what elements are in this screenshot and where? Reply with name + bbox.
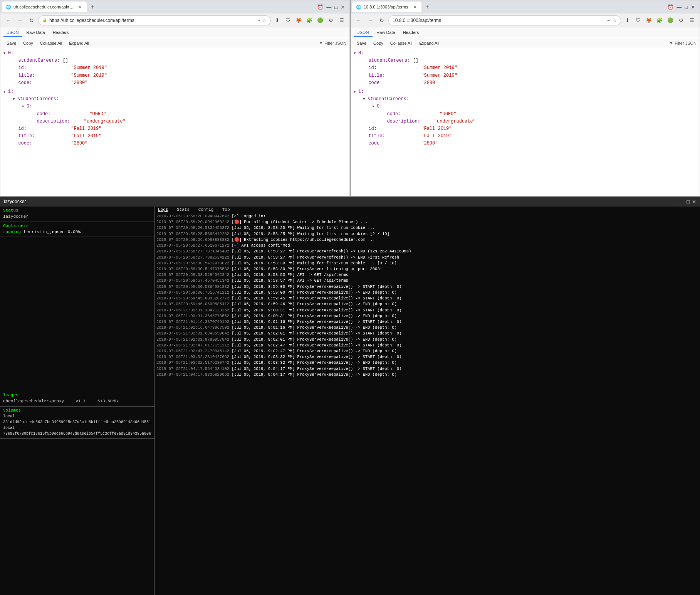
left-active-tab[interactable]: 🌐 uh.collegescheduler.com/api/term… ✕	[2, 2, 87, 12]
right-alarm-icon: ⏰	[667, 4, 673, 10]
close-browser-icon[interactable]: ✕	[341, 4, 345, 10]
left-lock-icon: 🔒	[42, 18, 47, 22]
left-json-toolbar: JSON Raw Data Headers	[0, 27, 349, 38]
log-line: 2019-07-05T20:59:00.5364981882 [Jul 05, …	[156, 284, 698, 290]
right-json-tab[interactable]: JSON	[354, 29, 373, 37]
right-tab-favicon: 🌐	[356, 5, 361, 10]
left-address-text: https://uh.collegescheduler.com/api/term…	[49, 18, 254, 23]
right-rawdata-tab[interactable]: Raw Data	[373, 29, 399, 37]
log-line: 2019-07-05T20:59:00.7616741212 [Jul 05, …	[156, 290, 698, 296]
right-extensions-icon[interactable]: 🧩	[655, 16, 664, 25]
right-headers-tab[interactable]: Headers	[399, 29, 423, 37]
left-forward-button[interactable]: →	[15, 15, 25, 25]
maximize-icon[interactable]: □	[334, 4, 337, 10]
log-line: 2019-07-05T20:59:45.8003282772 [Jul 05, …	[156, 296, 698, 301]
right-menu-icon[interactable]: ☰	[687, 16, 697, 25]
right-active-tab[interactable]: 🌐 10.8.0.1:3003/api/terms ✕	[352, 2, 421, 12]
right-close-browser-icon[interactable]: ✕	[691, 4, 695, 10]
right-bookmark-icon[interactable]: ☆	[613, 18, 617, 23]
log-tab-config[interactable]: Config	[197, 207, 215, 212]
left-settings-icon[interactable]: ⚙	[326, 16, 336, 25]
status-title: Status	[3, 208, 151, 213]
right-download-icon[interactable]: ⬇	[623, 16, 632, 25]
left-back-button[interactable]: ←	[3, 15, 13, 25]
right-copy-button[interactable]: Copy	[370, 40, 386, 46]
left-nav-bar: ← → ↻ 🔒 https://uh.collegescheduler.com/…	[0, 13, 349, 27]
container-cpu: 0.00%	[68, 229, 81, 235]
right-tab-icons: ⏰ — □ ✕	[667, 4, 698, 10]
status-value: lazydocker	[3, 214, 29, 219]
right-forward-button[interactable]: →	[365, 15, 375, 25]
right-collapse-0[interactable]: ▼	[354, 51, 358, 56]
right-save-button[interactable]: Save	[354, 40, 369, 46]
right-refresh-button[interactable]: ↻	[377, 15, 387, 25]
image-row: uhcollegescheduler-proxy v1.1 518.50MB	[3, 398, 151, 405]
left-refresh-button[interactable]: ↻	[27, 15, 37, 25]
right-more-icon[interactable]: ···	[607, 18, 610, 23]
left-rawdata-tab[interactable]: Raw Data	[22, 29, 49, 37]
volumes-section: Volumes local 381dfd99bfce4d663e7bd34959…	[0, 407, 154, 439]
left-bookmark-icon[interactable]: ☆	[262, 18, 267, 23]
log-line: 2019-07-05T21:00:31.3645770552 [Jul 05, …	[156, 313, 698, 319]
terminal-minimize-button[interactable]: —	[679, 199, 684, 205]
left-more-icon[interactable]: ···	[257, 18, 260, 23]
log-content: 2019-07-05T20:58:20.0940947642 [✓] Logge…	[156, 213, 698, 378]
left-menu-icon[interactable]: ☰	[337, 16, 346, 25]
right-json-toolbar: JSON Raw Data Headers	[351, 27, 700, 38]
left-json-actions: Save Copy Collapse All Expand All ▼ Filt…	[0, 38, 349, 48]
right-filter-json[interactable]: ▼ Filter JSON	[669, 41, 697, 45]
left-filter-icon: ▼	[319, 41, 323, 45]
left-collapse-0[interactable]: ▼	[3, 51, 8, 56]
log-tab-stats[interactable]: Stats	[175, 207, 191, 212]
right-collapse-button[interactable]: Collapse All	[387, 40, 415, 46]
log-line: 2019-07-05T21:02:47.0177151312 [Jul 05, …	[156, 343, 698, 348]
left-copy-button[interactable]: Copy	[20, 40, 36, 46]
right-nav-bar: ← → ↻ 10.8.0.1:3003/api/terms ··· ☆ ⬇ 🛡 …	[351, 13, 700, 27]
terminal-maximize-button[interactable]: □	[687, 199, 690, 205]
right-maximize-icon[interactable]: □	[685, 4, 688, 10]
right-address-text: 10.8.0.1:3003/api/terms	[393, 18, 604, 23]
left-tab-title: uh.collegescheduler.com/api/term…	[13, 5, 75, 9]
left-new-tab-button[interactable]: +	[87, 2, 97, 12]
right-back-button[interactable]: ←	[354, 15, 364, 25]
log-line: 2019-07-05T21:04:17.5644334102 [Jul 05, …	[156, 366, 698, 372]
log-line: 2019-07-05T21:02:01.9789957842 [Jul 05, …	[156, 337, 698, 343]
right-settings-icon[interactable]: ⚙	[676, 16, 686, 25]
log-line: 2019-07-05T20:58:27.7871345402 [Jul 05, …	[156, 249, 698, 254]
right-expand-button[interactable]: Expand All	[416, 40, 442, 46]
log-tab-logs[interactable]: Logs	[156, 207, 170, 212]
images-title: Images	[3, 393, 151, 397]
left-expand-button[interactable]: Expand All	[66, 40, 92, 46]
left-download-icon[interactable]: ⬇	[272, 16, 282, 25]
container-status: running	[3, 229, 21, 235]
right-collapse-1[interactable]: ▼	[354, 89, 358, 95]
right-collapse-1-careers[interactable]: ▼	[363, 97, 368, 102]
left-tab-close[interactable]: ✕	[77, 4, 83, 10]
right-new-tab-button[interactable]: +	[422, 2, 432, 12]
log-line: 2019-07-05T20:58:57.4570451342 [Jul 05, …	[156, 278, 698, 284]
left-filter-json[interactable]: ▼ Filter JSON	[319, 41, 346, 45]
left-collapse-button[interactable]: Collapse All	[37, 40, 65, 46]
left-save-button[interactable]: Save	[3, 40, 19, 46]
right-tab-close[interactable]: ✕	[412, 4, 418, 10]
left-address-bar[interactable]: 🔒 https://uh.collegescheduler.com/api/te…	[38, 15, 271, 25]
left-collapse-1-0[interactable]: ▼	[22, 104, 27, 109]
right-browser: 🌐 10.8.0.1:3003/api/terms ✕ + ⏰ — □ ✕ ← …	[350, 0, 700, 197]
volume-1: local 73e98f6780bfc17e19f5b9ece66b947d9a…	[3, 425, 151, 437]
right-minimize-icon[interactable]: —	[676, 4, 682, 10]
terminal-close-button[interactable]: ✕	[692, 199, 696, 205]
right-address-bar[interactable]: 10.8.0.1:3003/api/terms ··· ☆	[388, 15, 621, 25]
left-browser: 🌐 uh.collegescheduler.com/api/term… ✕ + …	[0, 0, 350, 197]
right-collapse-1-0[interactable]: ▼	[372, 104, 377, 109]
minimize-icon[interactable]: —	[326, 4, 331, 10]
left-collapse-1[interactable]: ▼	[3, 89, 8, 95]
left-collapse-1-careers[interactable]: ▼	[13, 97, 17, 102]
left-extensions-icon[interactable]: 🧩	[305, 16, 314, 25]
log-tab-top[interactable]: Top	[221, 207, 232, 212]
left-tab-favicon: 🌐	[6, 5, 11, 10]
left-headers-tab[interactable]: Headers	[49, 29, 73, 37]
image-name: uhcollegescheduler-proxy	[3, 398, 64, 405]
log-line: 2019-07-05T20:58:27.6629671272 [✓] API a…	[156, 243, 698, 249]
left-json-tab[interactable]: JSON	[3, 29, 22, 37]
log-line: 2019-07-05T21:01:16.6473967502 [Jul 05, …	[156, 325, 698, 331]
